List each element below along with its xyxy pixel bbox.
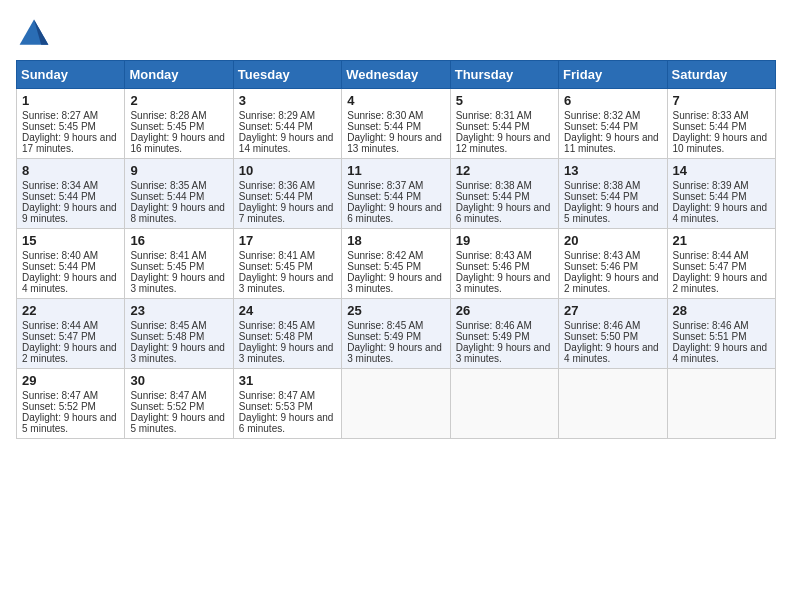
sunrise-text: Sunrise: 8:44 AM — [22, 320, 98, 331]
calendar-cell: 18Sunrise: 8:42 AMSunset: 5:45 PMDayligh… — [342, 229, 450, 299]
sunrise-text: Sunrise: 8:47 AM — [239, 390, 315, 401]
sunrise-text: Sunrise: 8:46 AM — [673, 320, 749, 331]
sunset-text: Sunset: 5:44 PM — [456, 121, 530, 132]
daylight-text: Daylight: 9 hours and 3 minutes. — [130, 272, 225, 294]
day-number: 4 — [347, 93, 444, 108]
sunset-text: Sunset: 5:44 PM — [347, 121, 421, 132]
calendar-cell: 6Sunrise: 8:32 AMSunset: 5:44 PMDaylight… — [559, 89, 667, 159]
sunset-text: Sunset: 5:44 PM — [456, 191, 530, 202]
day-number: 29 — [22, 373, 119, 388]
day-number: 28 — [673, 303, 770, 318]
daylight-text: Daylight: 9 hours and 14 minutes. — [239, 132, 334, 154]
day-number: 21 — [673, 233, 770, 248]
sunrise-text: Sunrise: 8:46 AM — [564, 320, 640, 331]
calendar-cell — [667, 369, 775, 439]
sunset-text: Sunset: 5:44 PM — [564, 121, 638, 132]
calendar-cell: 5Sunrise: 8:31 AMSunset: 5:44 PMDaylight… — [450, 89, 558, 159]
sunrise-text: Sunrise: 8:47 AM — [22, 390, 98, 401]
day-number: 27 — [564, 303, 661, 318]
sunset-text: Sunset: 5:53 PM — [239, 401, 313, 412]
sunrise-text: Sunrise: 8:28 AM — [130, 110, 206, 121]
calendar-cell: 9Sunrise: 8:35 AMSunset: 5:44 PMDaylight… — [125, 159, 233, 229]
day-number: 16 — [130, 233, 227, 248]
daylight-text: Daylight: 9 hours and 11 minutes. — [564, 132, 659, 154]
daylight-text: Daylight: 9 hours and 16 minutes. — [130, 132, 225, 154]
column-header-thursday: Thursday — [450, 61, 558, 89]
calendar-cell: 8Sunrise: 8:34 AMSunset: 5:44 PMDaylight… — [17, 159, 125, 229]
sunset-text: Sunset: 5:45 PM — [22, 121, 96, 132]
sunrise-text: Sunrise: 8:45 AM — [130, 320, 206, 331]
day-number: 5 — [456, 93, 553, 108]
day-number: 22 — [22, 303, 119, 318]
day-number: 31 — [239, 373, 336, 388]
daylight-text: Daylight: 9 hours and 3 minutes. — [347, 272, 442, 294]
sunrise-text: Sunrise: 8:44 AM — [673, 250, 749, 261]
calendar-cell: 21Sunrise: 8:44 AMSunset: 5:47 PMDayligh… — [667, 229, 775, 299]
calendar-table: SundayMondayTuesdayWednesdayThursdayFrid… — [16, 60, 776, 439]
day-number: 10 — [239, 163, 336, 178]
daylight-text: Daylight: 9 hours and 5 minutes. — [22, 412, 117, 434]
sunrise-text: Sunrise: 8:31 AM — [456, 110, 532, 121]
calendar-cell: 20Sunrise: 8:43 AMSunset: 5:46 PMDayligh… — [559, 229, 667, 299]
daylight-text: Daylight: 9 hours and 4 minutes. — [22, 272, 117, 294]
daylight-text: Daylight: 9 hours and 12 minutes. — [456, 132, 551, 154]
calendar-cell: 24Sunrise: 8:45 AMSunset: 5:48 PMDayligh… — [233, 299, 341, 369]
day-number: 30 — [130, 373, 227, 388]
sunset-text: Sunset: 5:45 PM — [347, 261, 421, 272]
day-number: 3 — [239, 93, 336, 108]
sunset-text: Sunset: 5:44 PM — [130, 191, 204, 202]
sunrise-text: Sunrise: 8:47 AM — [130, 390, 206, 401]
day-number: 17 — [239, 233, 336, 248]
column-header-monday: Monday — [125, 61, 233, 89]
daylight-text: Daylight: 9 hours and 8 minutes. — [130, 202, 225, 224]
sunrise-text: Sunrise: 8:46 AM — [456, 320, 532, 331]
sunrise-text: Sunrise: 8:41 AM — [239, 250, 315, 261]
sunset-text: Sunset: 5:52 PM — [22, 401, 96, 412]
sunrise-text: Sunrise: 8:27 AM — [22, 110, 98, 121]
sunrise-text: Sunrise: 8:29 AM — [239, 110, 315, 121]
calendar-cell: 16Sunrise: 8:41 AMSunset: 5:45 PMDayligh… — [125, 229, 233, 299]
sunrise-text: Sunrise: 8:38 AM — [456, 180, 532, 191]
calendar-cell — [450, 369, 558, 439]
day-number: 11 — [347, 163, 444, 178]
daylight-text: Daylight: 9 hours and 3 minutes. — [456, 272, 551, 294]
day-number: 9 — [130, 163, 227, 178]
sunrise-text: Sunrise: 8:42 AM — [347, 250, 423, 261]
daylight-text: Daylight: 9 hours and 17 minutes. — [22, 132, 117, 154]
day-number: 15 — [22, 233, 119, 248]
sunset-text: Sunset: 5:44 PM — [239, 191, 313, 202]
sunrise-text: Sunrise: 8:33 AM — [673, 110, 749, 121]
sunrise-text: Sunrise: 8:32 AM — [564, 110, 640, 121]
day-number: 1 — [22, 93, 119, 108]
calendar-cell: 31Sunrise: 8:47 AMSunset: 5:53 PMDayligh… — [233, 369, 341, 439]
calendar-week-row: 1Sunrise: 8:27 AMSunset: 5:45 PMDaylight… — [17, 89, 776, 159]
calendar-cell: 29Sunrise: 8:47 AMSunset: 5:52 PMDayligh… — [17, 369, 125, 439]
calendar-cell: 2Sunrise: 8:28 AMSunset: 5:45 PMDaylight… — [125, 89, 233, 159]
calendar-cell — [559, 369, 667, 439]
sunset-text: Sunset: 5:47 PM — [673, 261, 747, 272]
column-header-saturday: Saturday — [667, 61, 775, 89]
daylight-text: Daylight: 9 hours and 6 minutes. — [456, 202, 551, 224]
calendar-cell: 1Sunrise: 8:27 AMSunset: 5:45 PMDaylight… — [17, 89, 125, 159]
logo-icon — [16, 16, 52, 52]
sunset-text: Sunset: 5:47 PM — [22, 331, 96, 342]
calendar-cell: 10Sunrise: 8:36 AMSunset: 5:44 PMDayligh… — [233, 159, 341, 229]
logo — [16, 16, 56, 52]
calendar-cell: 27Sunrise: 8:46 AMSunset: 5:50 PMDayligh… — [559, 299, 667, 369]
sunset-text: Sunset: 5:49 PM — [456, 331, 530, 342]
calendar-cell: 30Sunrise: 8:47 AMSunset: 5:52 PMDayligh… — [125, 369, 233, 439]
page-header — [16, 16, 776, 52]
daylight-text: Daylight: 9 hours and 3 minutes. — [456, 342, 551, 364]
daylight-text: Daylight: 9 hours and 4 minutes. — [673, 202, 768, 224]
day-number: 26 — [456, 303, 553, 318]
day-number: 8 — [22, 163, 119, 178]
daylight-text: Daylight: 9 hours and 13 minutes. — [347, 132, 442, 154]
sunrise-text: Sunrise: 8:45 AM — [239, 320, 315, 331]
calendar-week-row: 29Sunrise: 8:47 AMSunset: 5:52 PMDayligh… — [17, 369, 776, 439]
sunset-text: Sunset: 5:50 PM — [564, 331, 638, 342]
calendar-cell: 23Sunrise: 8:45 AMSunset: 5:48 PMDayligh… — [125, 299, 233, 369]
sunset-text: Sunset: 5:45 PM — [239, 261, 313, 272]
sunrise-text: Sunrise: 8:37 AM — [347, 180, 423, 191]
sunset-text: Sunset: 5:51 PM — [673, 331, 747, 342]
sunset-text: Sunset: 5:44 PM — [22, 261, 96, 272]
